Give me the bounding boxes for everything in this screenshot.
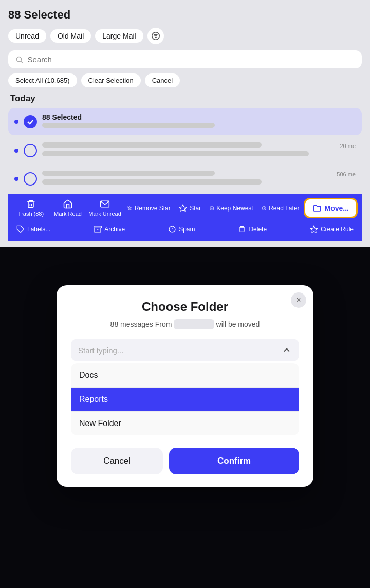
- folder-icon: [312, 204, 322, 213]
- table-row[interactable]: 88 Selected: [8, 108, 362, 135]
- filter-icon: [151, 31, 160, 41]
- unread-dot: [14, 177, 18, 181]
- modal-subtitle: 88 messages From will be moved: [71, 319, 299, 329]
- choose-folder-modal: × Choose Folder 88 messages From will be…: [57, 285, 313, 487]
- checkbox-checked[interactable]: [24, 115, 37, 128]
- archive-button[interactable]: Archive: [89, 222, 129, 236]
- unread-dot: [14, 120, 18, 124]
- modal-sender: [174, 319, 214, 329]
- folder-item-new-folder[interactable]: New Folder: [71, 412, 299, 435]
- search-input[interactable]: [27, 55, 355, 64]
- folder-item-docs[interactable]: Docs: [71, 363, 299, 388]
- unread-dot: [14, 149, 18, 153]
- envelope-open-icon: [63, 199, 73, 209]
- read-later-button[interactable]: Read Later: [257, 201, 304, 215]
- envelope-icon: [100, 199, 110, 209]
- mail-content: 20 me: [42, 142, 356, 158]
- table-row[interactable]: 506 me: [8, 166, 362, 192]
- search-icon: [15, 56, 23, 64]
- svg-rect-6: [28, 201, 33, 208]
- mark-unread-button[interactable]: Mark Unread: [86, 197, 123, 219]
- section-today: Today: [8, 94, 362, 104]
- top-section: 88 Selected Unread Old Mail Large Mail S…: [0, 0, 370, 241]
- mail-content: 88 Selected: [42, 113, 356, 130]
- star-button[interactable]: Star: [175, 201, 206, 215]
- keep-icon: [210, 204, 214, 212]
- archive-icon: [94, 225, 102, 233]
- star-off-icon: [127, 204, 132, 212]
- modal-cancel-button[interactable]: Cancel: [71, 448, 163, 474]
- table-row[interactable]: 20 me: [8, 137, 362, 163]
- filter-icon-button[interactable]: [147, 28, 164, 44]
- remove-star-button[interactable]: Remove Star: [123, 201, 175, 215]
- modal-buttons: Cancel Confirm: [71, 448, 299, 474]
- cancel-button[interactable]: Cancel: [145, 74, 180, 87]
- modal-confirm-button[interactable]: Confirm: [169, 448, 299, 474]
- labels-button[interactable]: Labels...: [12, 222, 54, 236]
- chevron-up-icon: [282, 345, 292, 355]
- create-rule-button[interactable]: Create Rule: [306, 222, 358, 236]
- mail-subject-bar: [42, 123, 215, 128]
- sender-bar: [42, 142, 262, 148]
- svg-line-5: [21, 61, 22, 62]
- star-icon: [179, 204, 187, 212]
- mail-time: 506 me: [337, 171, 356, 177]
- svg-rect-18: [94, 226, 102, 228]
- mail-subject-bar: [42, 151, 309, 156]
- modal-title: Choose Folder: [71, 300, 299, 314]
- action-bar: Select All (10,685) Clear Selection Canc…: [8, 74, 362, 87]
- alert-icon: [168, 225, 176, 233]
- tag-icon: [16, 225, 25, 233]
- mark-read-button[interactable]: Mark Read: [49, 197, 86, 219]
- chip-old-mail[interactable]: Old Mail: [50, 29, 91, 43]
- svg-point-4: [16, 57, 21, 61]
- move-button[interactable]: Move...: [304, 198, 358, 218]
- filter-chips-row: Unread Old Mail Large Mail: [8, 28, 362, 44]
- checkbox-empty[interactable]: [24, 172, 37, 186]
- folder-search-input[interactable]: Start typing...: [71, 339, 299, 361]
- mail-sender-row: 20 me: [42, 142, 356, 150]
- search-bar: [8, 50, 362, 68]
- check-icon: [27, 118, 34, 125]
- modal-close-button[interactable]: ×: [291, 292, 306, 308]
- delete-icon: [238, 225, 246, 233]
- mail-time: 20 me: [340, 143, 356, 149]
- sender-bar: [42, 171, 215, 176]
- rule-icon: [310, 225, 318, 233]
- keep-newest-button[interactable]: Keep Newest: [206, 201, 257, 215]
- mail-sender-row: 88 Selected: [42, 113, 356, 121]
- svg-rect-23: [240, 227, 244, 232]
- select-all-button[interactable]: Select All (10,685): [8, 74, 77, 87]
- mail-sender-row: 506 me: [42, 171, 356, 178]
- delete-button[interactable]: Delete: [234, 222, 271, 236]
- page-title: 88 Selected: [8, 8, 362, 22]
- toolbar-row2: Labels... Archive Spam Delete: [8, 222, 362, 241]
- spam-button[interactable]: Spam: [164, 222, 199, 236]
- checkbox-empty[interactable]: [24, 144, 37, 157]
- mail-list: 88 Selected 20 me: [8, 108, 362, 192]
- trash-icon: [26, 199, 36, 209]
- clear-selection-button[interactable]: Clear Selection: [81, 74, 141, 87]
- mail-content: 506 me: [42, 171, 356, 187]
- toolbar-row1: Trash (88) Mark Read Mark Unread Remove …: [8, 194, 362, 222]
- clock-icon: [262, 204, 267, 212]
- chip-unread[interactable]: Unread: [8, 29, 46, 43]
- svg-marker-12: [180, 205, 187, 211]
- chip-large-mail[interactable]: Large Mail: [95, 29, 143, 43]
- folder-item-reports[interactable]: Reports: [71, 388, 299, 412]
- trash-button[interactable]: Trash (88): [12, 197, 49, 219]
- mail-selected-label: 88 Selected: [42, 113, 82, 121]
- mail-subject-bar: [42, 179, 262, 185]
- folder-list: Docs Reports New Folder: [71, 363, 299, 435]
